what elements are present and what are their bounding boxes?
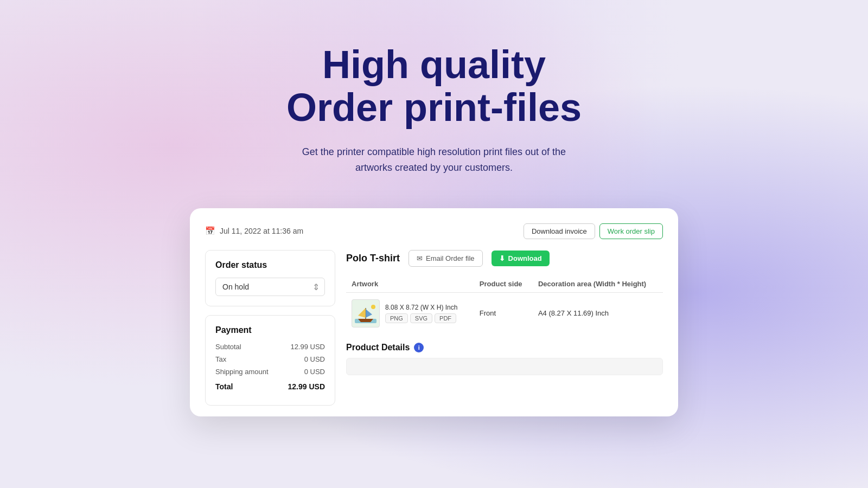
card-top-actions: Download invoice Work order slip bbox=[524, 223, 663, 239]
email-order-file-button[interactable]: ✉ Email Order file bbox=[409, 250, 483, 267]
payment-total-row: Total 12.99 USD bbox=[215, 380, 325, 391]
page-wrapper: High quality Order print-files Get the p… bbox=[0, 0, 868, 488]
product-details-header: Product Details i bbox=[346, 343, 663, 352]
card-top-bar: 📅 Jul 11, 2022 at 11:36 am Download invo… bbox=[205, 223, 663, 239]
artwork-thumbnail bbox=[352, 299, 380, 328]
calendar-icon: 📅 bbox=[205, 226, 215, 236]
badge-pdf: PDF bbox=[435, 313, 456, 323]
order-date: 📅 Jul 11, 2022 at 11:36 am bbox=[205, 226, 303, 236]
download-icon: ⬇ bbox=[499, 254, 505, 262]
file-badges: PNG SVG PDF bbox=[385, 313, 457, 323]
product-name: Polo T-shirt bbox=[346, 253, 400, 264]
order-status-box: Order status On hold Processing Complete… bbox=[205, 250, 335, 306]
artwork-table: Artwork Product side Decoration area (Wi… bbox=[346, 275, 663, 334]
order-status-select[interactable]: On hold Processing Completed Cancelled bbox=[215, 278, 325, 296]
product-header: Polo T-shirt ✉ Email Order file ⬇ Downlo… bbox=[346, 250, 663, 267]
artwork-info: 8.08 X 8.72 (W X H) Inch PNG SVG PDF bbox=[385, 304, 457, 323]
product-details-bar bbox=[346, 358, 663, 375]
payment-box: Payment Subtotal 12.99 USD Tax 0 USD Shi… bbox=[205, 315, 335, 406]
artwork-cell: 8.08 X 8.72 (W X H) Inch PNG SVG PDF bbox=[352, 299, 469, 328]
left-column: Order status On hold Processing Complete… bbox=[205, 250, 335, 406]
col-product-side: Product side bbox=[474, 275, 533, 293]
card-body: Order status On hold Processing Complete… bbox=[205, 250, 663, 406]
product-side-cell: Front bbox=[474, 292, 533, 334]
download-invoice-button[interactable]: Download invoice bbox=[524, 223, 595, 239]
hero-subtitle: Get the printer compatible high resoluti… bbox=[286, 144, 582, 176]
badge-svg: SVG bbox=[410, 313, 432, 323]
main-card: 📅 Jul 11, 2022 at 11:36 am Download invo… bbox=[190, 208, 678, 416]
work-order-slip-button[interactable]: Work order slip bbox=[599, 223, 663, 239]
col-decoration-area: Decoration area (Width * Height) bbox=[533, 275, 663, 293]
envelope-icon: ✉ bbox=[417, 254, 423, 262]
payment-shipping-row: Shipping amount 0 USD bbox=[215, 368, 325, 376]
hero-section: High quality Order print-files Get the p… bbox=[286, 0, 582, 197]
info-icon: i bbox=[414, 343, 424, 352]
artwork-dimensions: 8.08 X 8.72 (W X H) Inch bbox=[385, 304, 457, 311]
download-button[interactable]: ⬇ Download bbox=[492, 251, 550, 266]
col-artwork: Artwork bbox=[346, 275, 474, 293]
table-row: 8.08 X 8.72 (W X H) Inch PNG SVG PDF bbox=[346, 292, 663, 334]
right-column: Polo T-shirt ✉ Email Order file ⬇ Downlo… bbox=[346, 250, 663, 406]
svg-point-3 bbox=[371, 305, 375, 309]
decoration-area-cell: A4 (8.27 X 11.69) Inch bbox=[533, 292, 663, 334]
badge-png: PNG bbox=[385, 313, 408, 323]
status-select-wrapper: On hold Processing Completed Cancelled ⇕ bbox=[215, 278, 325, 296]
hero-title: High quality Order print-files bbox=[286, 43, 582, 129]
payment-subtotal-row: Subtotal 12.99 USD bbox=[215, 343, 325, 351]
payment-tax-row: Tax 0 USD bbox=[215, 355, 325, 363]
order-status-title: Order status bbox=[215, 260, 325, 270]
payment-title: Payment bbox=[215, 325, 325, 335]
